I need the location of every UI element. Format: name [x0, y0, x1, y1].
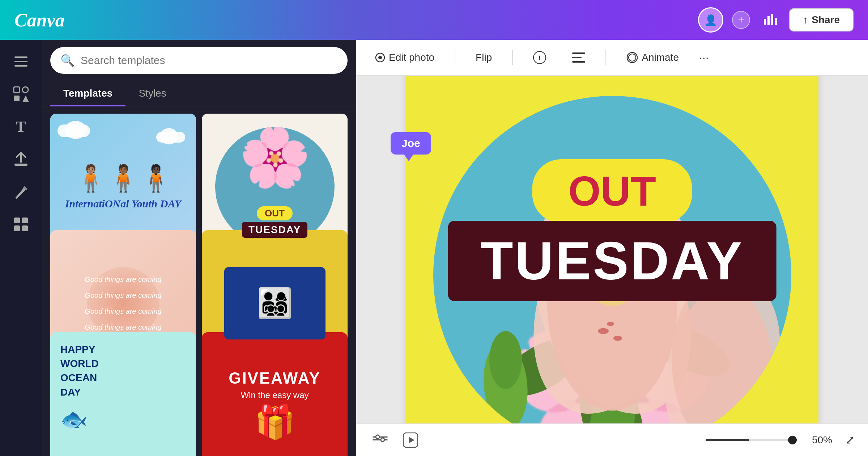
sidebar-toggle-icon[interactable] [7, 47, 35, 76]
svg-marker-10 [22, 96, 29, 102]
info-icon: i [533, 51, 546, 64]
template-youth-day-text: InternatiONal Youth DAY [65, 197, 181, 211]
share-icon: ↑ [803, 14, 808, 26]
template-ocean-day-text: HAPPYWorldOCEANDAY [60, 342, 99, 399]
svg-point-41 [381, 438, 384, 442]
edit-photo-button[interactable]: Edit photo [369, 48, 440, 67]
left-panel: 🔍 Templates Styles 🧍🏽🧍🏾🧍🏿 InternatiONal … [42, 40, 356, 456]
toolbar: Edit photo Flip i Animate ··· [356, 40, 868, 76]
zoom-slider[interactable] [706, 439, 792, 441]
tab-styles[interactable]: Styles [125, 81, 179, 106]
expand-button[interactable]: ⤢ [845, 433, 855, 447]
svg-point-17 [378, 56, 382, 59]
svg-marker-43 [409, 437, 414, 443]
svg-rect-3 [775, 18, 777, 25]
toolbar-divider-2 [512, 50, 513, 65]
svg-rect-1 [767, 16, 770, 25]
svg-rect-20 [572, 61, 585, 63]
svg-point-8 [22, 87, 28, 93]
more-options-button[interactable]: ··· [699, 51, 709, 64]
tooltip-label: Joe [391, 132, 431, 155]
template-giveaway-title: GIVEAWAY [229, 369, 321, 387]
animate-button[interactable]: Animate [621, 48, 685, 67]
template-out-text: OUT [257, 206, 293, 220]
header: Canva 👤 + ↑ Share [0, 0, 868, 40]
share-button[interactable]: ↑ Share [789, 8, 854, 31]
svg-point-31 [613, 335, 622, 341]
canvas-area: Joe 🌸 [356, 76, 868, 423]
tabs: Templates Styles [42, 81, 356, 106]
template-card-giveaway[interactable]: GIVEAWAY Win the easy way 🎁 [202, 332, 348, 456]
templates-grid: 🧍🏽🧍🏾🧍🏿 InternatiONal Youth DAY 🌸 OUT TUE… [42, 106, 356, 456]
svg-rect-19 [572, 57, 582, 58]
svg-rect-14 [14, 225, 20, 231]
svg-rect-15 [22, 225, 28, 231]
svg-rect-5 [14, 61, 27, 62]
sidebar-icons: T [0, 40, 42, 456]
text-icon[interactable]: T [7, 112, 35, 141]
timeline-button[interactable] [369, 429, 391, 451]
search-input[interactable] [81, 54, 337, 67]
upload-icon[interactable] [7, 145, 35, 174]
bottom-bar: 50% ⤢ [356, 423, 868, 456]
svg-rect-12 [14, 218, 20, 223]
analytics-icon[interactable] [759, 9, 780, 31]
elements-icon[interactable] [7, 80, 35, 109]
svg-point-22 [629, 54, 636, 61]
flip-button[interactable]: Flip [470, 48, 498, 67]
play-button[interactable] [400, 429, 421, 451]
svg-rect-18 [572, 52, 585, 54]
svg-rect-6 [14, 65, 27, 67]
draw-icon[interactable] [7, 177, 35, 206]
info-button[interactable]: i [527, 47, 552, 68]
svg-rect-9 [14, 96, 20, 101]
svg-rect-38 [373, 436, 388, 438]
toolbar-divider-3 [605, 50, 606, 65]
canva-logo: Canva [14, 9, 65, 31]
template-giveaway-subtitle: Win the easy way [241, 390, 309, 400]
template-good-things-text: Good things are comingGood things are co… [85, 271, 161, 335]
svg-point-30 [598, 328, 609, 334]
toolbar-divider-1 [455, 50, 455, 65]
apps-icon[interactable] [7, 210, 35, 239]
user-tooltip-joe: Joe [391, 132, 431, 155]
svg-rect-2 [771, 14, 773, 25]
svg-rect-0 [764, 19, 766, 25]
canvas-tuesday-text: TUESDAY [448, 221, 776, 301]
svg-rect-11 [14, 164, 27, 166]
align-button[interactable] [566, 49, 591, 66]
svg-rect-7 [14, 87, 20, 93]
search-box[interactable]: 🔍 [50, 47, 348, 74]
header-right: 👤 + ↑ Share [698, 7, 854, 33]
svg-point-37 [489, 331, 522, 389]
tab-templates[interactable]: Templates [50, 81, 125, 106]
avatar[interactable]: 👤 [698, 7, 723, 33]
design-canvas[interactable]: 🌸 [406, 76, 818, 423]
add-button[interactable]: + [732, 11, 750, 29]
search-icon: 🔍 [60, 54, 75, 67]
svg-rect-4 [14, 56, 27, 58]
svg-rect-39 [373, 439, 388, 440]
svg-point-32 [607, 321, 614, 326]
svg-rect-13 [22, 218, 28, 223]
zoom-section: 50% ⤢ [706, 433, 855, 447]
canvas-out-text: OUT [532, 159, 692, 223]
zoom-label: 50% [800, 434, 832, 446]
svg-point-40 [376, 435, 379, 439]
template-card-ocean-day[interactable]: HAPPYWorldOCEANDAY 🐟 [50, 332, 196, 456]
template-tuesday-text: TUESDAY [242, 222, 307, 238]
